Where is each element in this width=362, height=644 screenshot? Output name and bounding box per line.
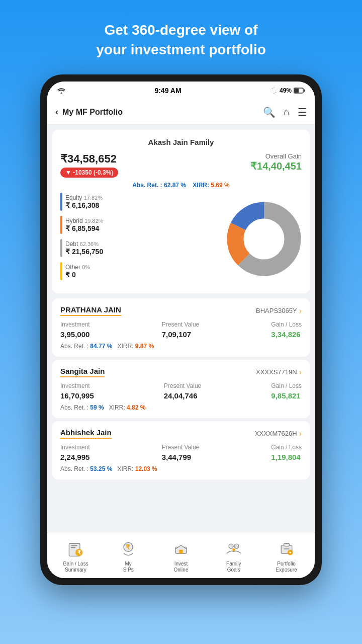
- nav-item-gain-loss[interactable]: ₹ Gain / LossSummary: [49, 539, 102, 573]
- svg-rect-21: [284, 543, 289, 546]
- nav-item-sips[interactable]: ₹ MySIPs: [102, 539, 155, 573]
- member-cols-prathana: Investment 3,95,000 Present Value 7,09,1…: [60, 321, 302, 339]
- donut-chart: [226, 201, 302, 277]
- xirr-label: XIRR:: [193, 182, 209, 189]
- home-icon[interactable]: ⌂: [284, 106, 290, 118]
- member-header-prathana: PRATHANA JAIN BHAPS3065Y ›: [60, 305, 302, 316]
- member-returns-abhishek: Abs. Ret. : 53.25 % XIRR: 12.03 %: [60, 465, 302, 472]
- member-returns-prathana: Abs. Ret. : 84.77 % XIRR: 9.87 %: [60, 343, 302, 350]
- portfolio-icon: [277, 539, 297, 559]
- member-name-sangita: Sangita Jain: [60, 367, 105, 377]
- member-header-sangita: Sangita Jain XXXXS7719N ›: [60, 367, 302, 377]
- legend-hybrid: Hybrid 19.82% ₹ 6,85,594: [60, 216, 221, 234]
- page-title: My MF Portfolio: [62, 108, 123, 117]
- svg-rect-2: [294, 89, 299, 93]
- overall-gain-section: Overall Gain ₹14,40,451: [250, 152, 302, 172]
- bottom-nav: ₹ Gain / LossSummary ₹ MySIPs: [47, 533, 315, 578]
- abs-ret-label: Abs. Ret. :: [132, 182, 162, 189]
- nav-item-invest[interactable]: InvestOnline: [155, 539, 208, 573]
- abs-ret-value: 62.87 %: [164, 182, 186, 189]
- member-card-abhishek[interactable]: Abhishek Jain XXXXM7626H › Investment 2,…: [52, 421, 310, 479]
- present-value-col: Present Value 24,04,746: [164, 382, 202, 400]
- gain-loss-icon: ₹: [65, 539, 85, 559]
- member-cols-sangita: Investment 16,70,995 Present Value 24,04…: [60, 382, 302, 400]
- present-value-col: Present Value 3,44,799: [162, 444, 200, 461]
- change-badge: ▼ -10350 (-0.3%): [60, 168, 118, 178]
- status-battery: 49%: [270, 87, 305, 94]
- nav-item-family[interactable]: FamilyGoals: [207, 539, 260, 573]
- svg-rect-10: [71, 547, 75, 548]
- status-time: 9:49 AM: [154, 87, 181, 95]
- nav-item-portfolio[interactable]: PortfolioExposure: [260, 539, 313, 573]
- portfolio-left: ₹34,58,652 ▼ -10350 (-0.3%): [60, 152, 118, 178]
- member-returns-sangita: Abs. Ret. : 59 % XIRR: 4.82 %: [60, 404, 302, 411]
- sips-icon: ₹: [118, 539, 138, 559]
- phone-frame: 9:49 AM 49% ‹ My MF Portfolio 🔍 ⌂ ☰: [40, 74, 322, 585]
- chevron-right-icon: ›: [299, 306, 302, 315]
- member-header-abhishek: Abhishek Jain XXXXM7626H ›: [60, 428, 302, 439]
- search-icon[interactable]: 🔍: [263, 106, 276, 118]
- gain-loss-col: Gain / Loss 3,34,826: [271, 321, 302, 339]
- svg-point-7: [244, 219, 284, 259]
- member-id-sangita: XXXXS7719N ›: [256, 368, 302, 377]
- portfolio-card: Akash Jain Family ₹34,58,652 ▼ -10350 (-…: [52, 130, 310, 293]
- status-bar: 9:49 AM 49%: [47, 82, 315, 100]
- menu-icon[interactable]: ☰: [298, 106, 307, 118]
- family-icon: [224, 539, 244, 559]
- debt-dot: [60, 239, 62, 257]
- nav-left: ‹ My MF Portfolio: [55, 107, 123, 117]
- portfolio-label: PortfolioExposure: [276, 561, 297, 573]
- svg-point-18: [234, 544, 239, 548]
- member-card-prathana[interactable]: PRATHANA JAIN BHAPS3065Y › Investment 3,…: [52, 298, 310, 357]
- member-cols-abhishek: Investment 2,24,995 Present Value 3,44,7…: [60, 444, 302, 461]
- gain-loss-label: Gain / LossSummary: [63, 561, 88, 573]
- portfolio-body: Equity 17.82% ₹ 6,16,308 Hybrid 19.82% ₹…: [60, 193, 302, 285]
- member-name-abhishek: Abhishek Jain: [60, 428, 112, 439]
- svg-text:₹: ₹: [126, 544, 130, 551]
- sips-label: MySIPs: [123, 561, 134, 573]
- member-card-sangita[interactable]: Sangita Jain XXXXS7719N › Investment 16,…: [52, 360, 310, 418]
- gain-loss-col: Gain / Loss 9,85,821: [271, 382, 302, 400]
- main-content: Akash Jain Family ₹34,58,652 ▼ -10350 (-…: [47, 125, 315, 533]
- phone-screen: 9:49 AM 49% ‹ My MF Portfolio 🔍 ⌂ ☰: [47, 82, 315, 578]
- svg-text:₹: ₹: [77, 549, 81, 555]
- debt-info: Debt 62.36% ₹ 21,56,750: [65, 240, 103, 256]
- present-value-col: Present Value 7,09,107: [162, 321, 200, 339]
- back-button[interactable]: ‹: [55, 107, 58, 117]
- member-id-prathana: BHAPS3065Y ›: [256, 306, 302, 315]
- investment-col: Investment 2,24,995: [60, 444, 90, 461]
- family-label: FamilyGoals: [226, 561, 241, 573]
- svg-point-17: [229, 544, 233, 548]
- member-id-abhishek: XXXXM7626H ›: [255, 429, 302, 438]
- chevron-right-icon: ›: [299, 368, 302, 377]
- svg-point-19: [232, 548, 235, 551]
- other-dot: [60, 262, 62, 280]
- hybrid-info: Hybrid 19.82% ₹ 6,85,594: [65, 217, 103, 232]
- invest-icon: [171, 539, 191, 559]
- svg-rect-3: [304, 90, 305, 92]
- nav-bar: ‹ My MF Portfolio 🔍 ⌂ ☰: [47, 100, 315, 125]
- member-name-prathana: PRATHANA JAIN: [60, 305, 121, 316]
- xirr-value: 5.69 %: [211, 182, 229, 189]
- legend-debt: Debt 62.36% ₹ 21,56,750: [60, 239, 221, 257]
- hybrid-dot: [60, 216, 62, 234]
- other-info: Other 0% ₹ 0: [65, 264, 90, 279]
- svg-point-0: [61, 93, 62, 94]
- status-wifi: [57, 88, 65, 94]
- returns-row: Abs. Ret. : 62.87 % XIRR: 5.69 %: [60, 182, 302, 189]
- legend-other: Other 0% ₹ 0: [60, 262, 221, 280]
- investment-col: Investment 3,95,000: [60, 321, 90, 339]
- overall-gain-label: Overall Gain: [250, 152, 302, 160]
- invest-label: InvestOnline: [174, 561, 189, 573]
- total-value: ₹34,58,652: [60, 152, 118, 166]
- investment-col: Investment 16,70,995: [60, 382, 94, 400]
- portfolio-top: ₹34,58,652 ▼ -10350 (-0.3%) Overall Gain…: [60, 152, 302, 178]
- legend: Equity 17.82% ₹ 6,16,308 Hybrid 19.82% ₹…: [60, 193, 221, 285]
- equity-dot: [60, 193, 62, 211]
- legend-equity: Equity 17.82% ₹ 6,16,308: [60, 193, 221, 211]
- gain-loss-col: Gain / Loss 1,19,804: [271, 444, 302, 461]
- overall-gain-value: ₹14,40,451: [250, 160, 302, 172]
- hero-text: Get 360-degree view of your investment p…: [86, 0, 276, 69]
- equity-info: Equity 17.82% ₹ 6,16,308: [65, 194, 103, 209]
- svg-rect-16: [179, 550, 183, 553]
